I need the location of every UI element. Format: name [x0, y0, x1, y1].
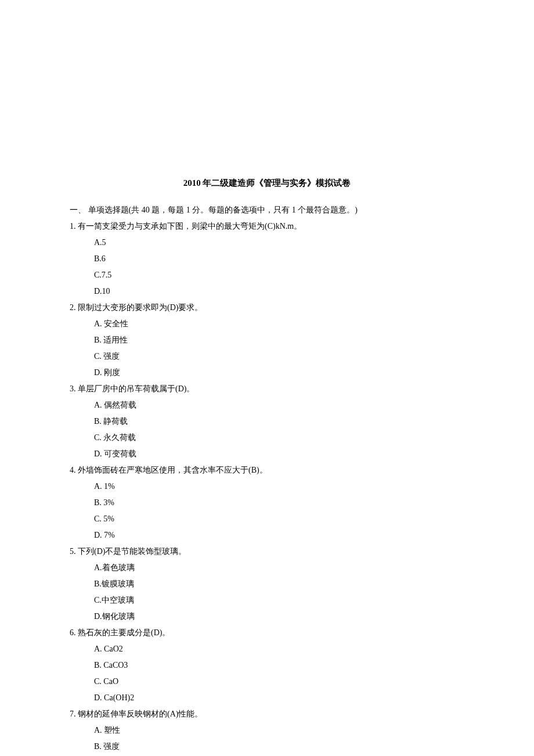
options: A. 安全性B. 适用性C. 强度D. 刚度	[70, 316, 464, 381]
option: A. CaO2	[94, 641, 464, 657]
option: B. 强度	[94, 739, 464, 755]
option: D. 可变荷载	[94, 446, 464, 462]
option: D. Ca(OH)2	[94, 690, 464, 706]
question: 5. 下列(D)不是节能装饰型玻璃。A.着色玻璃B.镀膜玻璃C.中空玻璃D.钢化…	[70, 543, 464, 625]
option: D.10	[94, 283, 464, 300]
question-text: 2. 限制过大变形的要求即为(D)要求。	[70, 300, 464, 316]
question: 3. 单层厂房中的吊车荷载属于(D)。A. 偶然荷载B. 静荷载C. 永久荷载D…	[70, 381, 464, 462]
options: A.着色玻璃B.镀膜玻璃C.中空玻璃D.钢化玻璃	[70, 560, 464, 625]
question-text: 1. 有一简支梁受力与支承如下图，则梁中的最大弯矩为(C)kN.m。	[70, 218, 464, 235]
option: D. 7%	[94, 527, 464, 543]
option: B. 适用性	[94, 332, 464, 348]
option: C. 强度	[94, 348, 464, 365]
question-text: 4. 外墙饰面砖在严寒地区使用，其含水率不应大于(B)。	[70, 462, 464, 478]
option: C.中空玻璃	[94, 592, 464, 609]
question-text: 7. 钢材的延伸率反映钢材的(A)性能。	[70, 706, 464, 722]
section-header: 一、 单项选择题(共 40 题，每题 1 分。每题的备选项中，只有 1 个最符合…	[70, 202, 464, 218]
option: A.着色玻璃	[94, 560, 464, 576]
questions-container: 1. 有一简支梁受力与支承如下图，则梁中的最大弯矩为(C)kN.m。A.5B.6…	[70, 218, 464, 756]
option: C.7.5	[94, 267, 464, 283]
option: A. 1%	[94, 478, 464, 495]
option: D. 刚度	[94, 365, 464, 381]
options: A. 1%B. 3%C. 5%D. 7%	[70, 478, 464, 543]
option: A. 偶然荷载	[94, 397, 464, 413]
option: B. 静荷载	[94, 413, 464, 430]
option: C. 永久荷载	[94, 430, 464, 446]
options: A.5B.6C.7.5D.10	[70, 235, 464, 300]
question: 2. 限制过大变形的要求即为(D)要求。A. 安全性B. 适用性C. 强度D. …	[70, 300, 464, 381]
option: C. CaO	[94, 674, 464, 690]
question: 1. 有一简支梁受力与支承如下图，则梁中的最大弯矩为(C)kN.m。A.5B.6…	[70, 218, 464, 300]
option: A.5	[94, 235, 464, 251]
option: B. CaCO3	[94, 657, 464, 674]
question-text: 6. 熟石灰的主要成分是(D)。	[70, 625, 464, 641]
option: B.6	[94, 251, 464, 267]
options: A. 偶然荷载B. 静荷载C. 永久荷载D. 可变荷载	[70, 397, 464, 462]
options: A. CaO2B. CaCO3C. CaOD. Ca(OH)2	[70, 641, 464, 706]
question-text: 5. 下列(D)不是节能装饰型玻璃。	[70, 543, 464, 560]
document-title: 2010 年二级建造师《管理与实务》模拟试卷	[70, 174, 464, 192]
question: 6. 熟石灰的主要成分是(D)。A. CaO2B. CaCO3C. CaOD. …	[70, 625, 464, 706]
option: A. 塑性	[94, 722, 464, 739]
question: 7. 钢材的延伸率反映钢材的(A)性能。A. 塑性B. 强度C. 可焊性	[70, 706, 464, 756]
question-text: 3. 单层厂房中的吊车荷载属于(D)。	[70, 381, 464, 397]
option: B.镀膜玻璃	[94, 576, 464, 592]
option: A. 安全性	[94, 316, 464, 332]
option: B. 3%	[94, 495, 464, 511]
option: C. 5%	[94, 511, 464, 527]
option: D.钢化玻璃	[94, 609, 464, 625]
options: A. 塑性B. 强度C. 可焊性	[70, 722, 464, 756]
question: 4. 外墙饰面砖在严寒地区使用，其含水率不应大于(B)。A. 1%B. 3%C.…	[70, 462, 464, 543]
